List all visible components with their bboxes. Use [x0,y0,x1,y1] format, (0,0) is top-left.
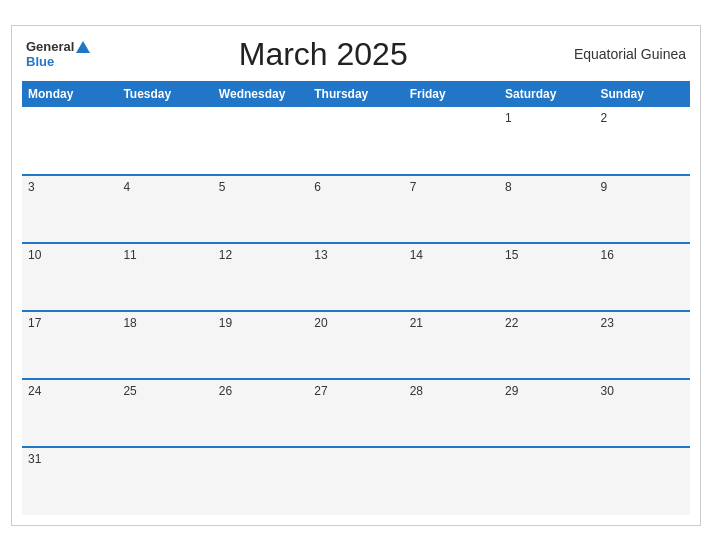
header-sunday: Sunday [595,81,690,107]
week-row-6: 31 [22,447,690,515]
header-thursday: Thursday [308,81,403,107]
day-cell [308,107,403,175]
day-cell-25: 25 [117,379,212,447]
day-cell-12: 12 [213,243,308,311]
day-cell-6: 6 [308,175,403,243]
calendar-header: General Blue March 2025 Equatorial Guine… [22,36,690,73]
day-cell-8: 8 [499,175,594,243]
day-cell-3: 3 [22,175,117,243]
day-cell-22: 22 [499,311,594,379]
day-cell-9: 9 [595,175,690,243]
day-cell-23: 23 [595,311,690,379]
day-cell-7: 7 [404,175,499,243]
day-cell-30: 30 [595,379,690,447]
day-cell-16: 16 [595,243,690,311]
day-cell-31: 31 [22,447,117,515]
logo-general-text: General [26,39,74,54]
day-cell-21: 21 [404,311,499,379]
day-cell-empty-4 [404,447,499,515]
day-cell-14: 14 [404,243,499,311]
day-cell-empty-5 [499,447,594,515]
week-row-4: 17 18 19 20 21 22 23 [22,311,690,379]
day-cell [117,107,212,175]
logo-line-2: Blue [26,54,54,69]
header-wednesday: Wednesday [213,81,308,107]
day-cell [22,107,117,175]
week-row-1: 1 2 [22,107,690,175]
day-cell-18: 18 [117,311,212,379]
header-monday: Monday [22,81,117,107]
day-cell [404,107,499,175]
logo-line-1: General [26,39,90,54]
header-tuesday: Tuesday [117,81,212,107]
day-cell-1: 1 [499,107,594,175]
day-cell-2: 2 [595,107,690,175]
country-name: Equatorial Guinea [556,46,686,62]
week-row-5: 24 25 26 27 28 29 30 [22,379,690,447]
logo-area: General Blue [26,39,90,69]
logo-blue-text: Blue [26,54,54,69]
day-cell-20: 20 [308,311,403,379]
day-cell-empty-3 [308,447,403,515]
day-cell-27: 27 [308,379,403,447]
day-cell-29: 29 [499,379,594,447]
header-friday: Friday [404,81,499,107]
calendar-title: March 2025 [90,36,556,73]
header-saturday: Saturday [499,81,594,107]
calendar-grid: Monday Tuesday Wednesday Thursday Friday… [22,81,690,515]
day-cell-19: 19 [213,311,308,379]
day-cell-empty-1 [117,447,212,515]
day-cell-28: 28 [404,379,499,447]
day-cell-empty-6 [595,447,690,515]
day-cell-4: 4 [117,175,212,243]
day-cell [213,107,308,175]
day-cell-17: 17 [22,311,117,379]
day-cell-empty-2 [213,447,308,515]
calendar-container: General Blue March 2025 Equatorial Guine… [11,25,701,526]
weekday-header-row: Monday Tuesday Wednesday Thursday Friday… [22,81,690,107]
day-cell-26: 26 [213,379,308,447]
day-cell-5: 5 [213,175,308,243]
day-cell-10: 10 [22,243,117,311]
week-row-2: 3 4 5 6 7 8 9 [22,175,690,243]
day-cell-15: 15 [499,243,594,311]
day-cell-13: 13 [308,243,403,311]
week-row-3: 10 11 12 13 14 15 16 [22,243,690,311]
logo-triangle-icon [76,41,90,53]
day-cell-11: 11 [117,243,212,311]
day-cell-24: 24 [22,379,117,447]
